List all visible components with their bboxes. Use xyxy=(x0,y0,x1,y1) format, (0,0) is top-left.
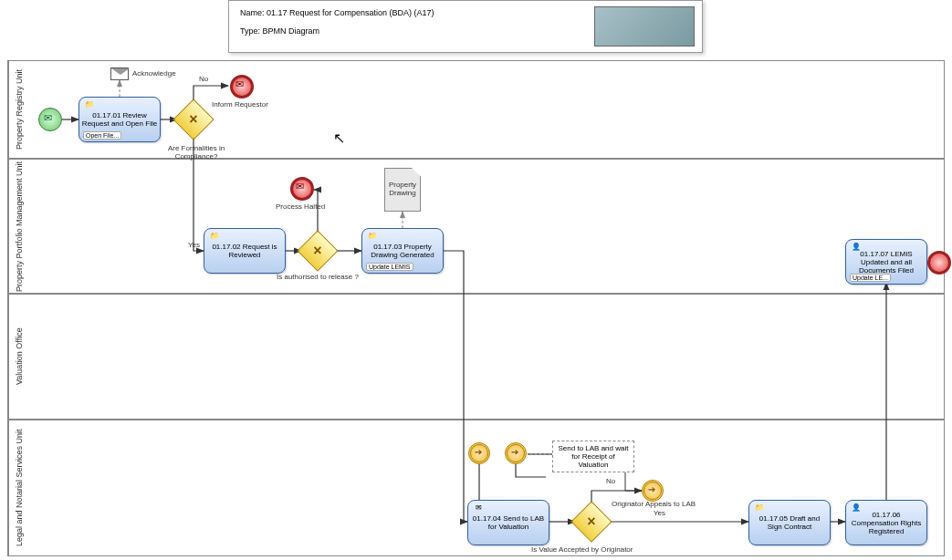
ack-label: Acknowledge xyxy=(132,69,176,78)
name-value: 01.17 Request for Compensation (BDA) (A1… xyxy=(267,8,434,17)
task-label: 01.17.03 Property Drawing Generated xyxy=(364,243,441,259)
subtask-label: Update LE... xyxy=(850,274,891,282)
yes-label-2: Yes xyxy=(654,509,665,517)
type-label: Type: xyxy=(240,26,260,36)
lane-valuation-office: Valuation Office xyxy=(7,294,945,420)
subtask-label: Open File... xyxy=(83,131,121,140)
type-value: BPMN Diagram xyxy=(263,26,320,36)
end-event-inform[interactable] xyxy=(230,75,254,99)
appeal-label: Originator Appeals to LAB xyxy=(612,500,696,508)
task-label: 01.17.05 Draft and Sign Contract xyxy=(751,514,828,531)
task-property-drawing[interactable]: 📁 01.17.03 Property Drawing Generated Up… xyxy=(361,228,444,274)
start-event[interactable]: ✉ xyxy=(38,108,62,131)
gateway-label-1: Are Formalities in Compliance? xyxy=(164,144,228,161)
gateway-label-2: Is authorised to release ? xyxy=(277,273,359,281)
folder-icon: 📁 xyxy=(208,232,221,241)
envelope-icon: ✉ xyxy=(472,503,485,513)
end-event-halted[interactable] xyxy=(290,177,314,201)
envelope-icon xyxy=(110,67,129,80)
user-icon: 👤 xyxy=(850,243,863,252)
intermediate-event-link2[interactable] xyxy=(505,442,527,464)
task-label: 01.17.02 Request is Reviewed xyxy=(206,243,283,259)
lane-label-2: Property Portfolio Management Unit xyxy=(8,160,28,293)
task-compensation-rights[interactable]: 👤 01.17.06 Compensation Rights Registere… xyxy=(845,500,927,545)
task-draft-sign[interactable]: 📁 01.17.05 Draft and Sign Contract xyxy=(748,500,831,545)
user-icon: 👤 xyxy=(850,503,863,513)
folder-icon: 📁 xyxy=(753,503,766,513)
task-label: 01.17.07 LEMIS Updated and all Documents… xyxy=(848,250,925,275)
lane-label-1: Property Registry Unit xyxy=(8,61,28,158)
inform-label: Inform Requestor xyxy=(212,100,268,109)
end-event-final[interactable] xyxy=(927,251,951,275)
drawing-label: Property Drawing xyxy=(387,181,418,197)
lane-property-portfolio: Property Portfolio Management Unit xyxy=(7,159,945,294)
yes-label-1: Yes xyxy=(188,241,200,249)
annot-text: Send to LAB and wait for Receipt of Valu… xyxy=(559,444,629,469)
task-lemis-updated[interactable]: 👤 01.17.07 LEMIS Updated and all Documen… xyxy=(845,239,927,285)
task-send-lab[interactable]: ✉ 01.17.04 Send to LAB for Valuation xyxy=(467,500,549,545)
task-review-request[interactable]: 📁 01.17.01 Review Request and Open File … xyxy=(78,97,161,142)
lane-label-4: Legal and Notarial Services Unit xyxy=(8,420,28,555)
task-label: 01.17.06 Compensation Rights Registered xyxy=(848,511,925,535)
task-label: 01.17.04 Send to LAB for Valuation xyxy=(470,514,547,531)
subtask-label: Update LEMIS xyxy=(366,263,413,271)
text-annotation: Send to LAB and wait for Receipt of Valu… xyxy=(552,441,634,472)
diagram-header: Name: 01.17 Request for Compensation (BD… xyxy=(228,0,703,53)
folder-icon: 📁 xyxy=(366,232,379,241)
lane-label-3: Valuation Office xyxy=(8,295,28,419)
name-label: Name: xyxy=(240,8,265,17)
no-label-2: No xyxy=(606,477,615,485)
intermediate-event-link1[interactable] xyxy=(468,442,490,464)
gateway-label-3: Is Value Accepted by Originator xyxy=(531,545,633,554)
intermediate-event-appeal[interactable] xyxy=(642,480,664,502)
header-image xyxy=(594,6,695,47)
halted-label: Process Halted xyxy=(276,202,325,211)
cursor-pointer-icon: ↖ xyxy=(333,130,345,147)
task-request-reviewed[interactable]: 📁 01.17.02 Request is Reviewed xyxy=(204,228,286,274)
no-label-1: No xyxy=(199,75,208,83)
folder-icon: 📁 xyxy=(83,100,96,109)
task-label: 01.17.01 Review Request and Open File xyxy=(81,111,158,128)
